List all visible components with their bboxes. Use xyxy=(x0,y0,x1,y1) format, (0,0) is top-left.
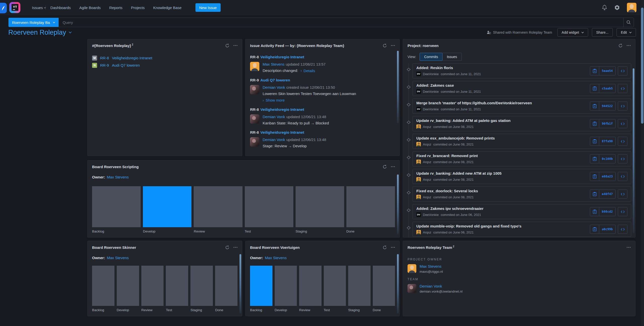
nav-item-issues[interactable]: Issues xyxy=(32,6,43,10)
commit-hash-button[interactable]: 5eae54 xyxy=(590,66,616,75)
user-avatar[interactable] xyxy=(627,3,636,12)
widget-scrollbar[interactable] xyxy=(397,254,399,313)
refresh-icon[interactable] xyxy=(383,165,387,169)
view-code-button[interactable] xyxy=(618,225,627,234)
widget-scrollbar[interactable] xyxy=(633,68,634,233)
issue-title-link[interactable]: Audi Q7 loweren xyxy=(112,63,140,67)
search-submit-button[interactable] xyxy=(623,18,634,27)
board-bar-develop[interactable] xyxy=(143,186,191,227)
commit-hash-button[interactable]: 0c108b xyxy=(590,154,616,163)
view-code-button[interactable] xyxy=(618,84,627,93)
refresh-icon[interactable] xyxy=(618,43,623,48)
refresh-icon[interactable] xyxy=(383,245,387,250)
issue-title-link[interactable]: Veiligheidsregio Intranet xyxy=(112,56,152,60)
issue-title-link[interactable]: Veiligheidsregio Intranet xyxy=(260,107,304,112)
page-scrollbar[interactable] xyxy=(640,0,644,326)
user-link[interactable]: Demian Vonk xyxy=(263,137,285,142)
view-tab-issues[interactable]: Issues xyxy=(442,53,461,61)
view-code-button[interactable] xyxy=(618,154,627,163)
activity-issue-header[interactable]: RR-9Audi Q7 loweren xyxy=(250,78,393,82)
owner-link[interactable]: Max Stevens xyxy=(107,256,129,260)
board-bar-test[interactable] xyxy=(324,266,346,306)
activity-issue-header[interactable]: RR-8Veiligheidsregio Intranet xyxy=(250,107,393,112)
board-bar-develop[interactable] xyxy=(117,266,139,306)
board-bar-review[interactable] xyxy=(299,266,321,306)
widget-menu-icon[interactable] xyxy=(233,247,237,248)
widget-scrollbar[interactable] xyxy=(397,174,399,234)
issue-id-link[interactable]: RR-8 xyxy=(250,55,259,59)
member-name-link[interactable]: Max Stevens xyxy=(420,264,443,268)
board-bar-backlog[interactable] xyxy=(92,266,114,306)
board-bar-done[interactable] xyxy=(215,266,237,306)
new-issue-button[interactable]: New Issue xyxy=(195,3,221,12)
board-bar-staging[interactable] xyxy=(348,266,371,306)
nav-item-reports[interactable]: Reports xyxy=(109,6,123,10)
add-widget-button[interactable]: Add widget xyxy=(557,28,588,37)
activity-issue-header[interactable]: RR-8Veiligheidsregio Intranet xyxy=(250,55,393,59)
activity-details-link[interactable]: ›Show more xyxy=(263,98,285,102)
page-scrollbar-thumb[interactable] xyxy=(641,8,643,124)
view-code-button[interactable] xyxy=(618,190,627,199)
issue-id-link[interactable]: RR-8 xyxy=(250,130,259,134)
nav-item-knowledge-base[interactable]: Knowledge Base xyxy=(153,6,182,10)
board-bar-test[interactable] xyxy=(166,266,188,306)
widget-menu-icon[interactable] xyxy=(627,247,631,248)
issue-id-link[interactable]: RR-9 xyxy=(250,78,259,82)
commit-hash-button[interactable]: a0c99b xyxy=(590,225,616,234)
board-bar-staging[interactable] xyxy=(190,266,213,306)
commit-hash-button[interactable]: 90fb1f xyxy=(590,119,616,128)
board-bar-test[interactable] xyxy=(245,186,293,227)
commit-hash-button[interactable]: 87fa90 xyxy=(590,137,616,146)
notifications-bell-icon[interactable] xyxy=(602,5,607,11)
user-link[interactable]: Demian Vonk xyxy=(263,115,285,119)
refresh-icon[interactable] xyxy=(225,43,229,48)
issue-title-link[interactable]: Veiligheidsregio Intranet xyxy=(260,55,304,59)
board-bar-review[interactable] xyxy=(194,186,242,227)
edit-button[interactable]: Edit xyxy=(617,28,636,37)
board-bar-done[interactable] xyxy=(373,266,395,306)
widget-menu-icon[interactable] xyxy=(391,45,395,46)
user-link[interactable]: Demian Vonk xyxy=(263,85,285,89)
board-bar-backlog[interactable] xyxy=(92,186,141,227)
commit-hash-button[interactable]: 944522 xyxy=(590,102,616,111)
share-button[interactable]: Share... xyxy=(592,28,613,37)
issue-list-item[interactable]: NRR-9Audi Q7 loweren xyxy=(92,62,237,69)
board-bar-review[interactable] xyxy=(141,266,164,306)
user-link[interactable]: Max Stevens xyxy=(263,62,285,66)
nav-item-agile-boards[interactable]: Agile Boards xyxy=(79,6,101,10)
nav-item-dashboards[interactable]: Dashboards xyxy=(50,6,71,10)
widget-scrollbar[interactable] xyxy=(239,254,241,313)
widget-menu-icon[interactable] xyxy=(391,247,395,248)
activity-details-link[interactable]: ›Details xyxy=(301,69,315,73)
widget-scrollbar[interactable] xyxy=(397,51,399,123)
view-tab-commits[interactable]: Commits xyxy=(420,53,442,61)
dashboard-title[interactable]: Roerveen Roleplay xyxy=(8,29,72,36)
commit-hash-button[interactable]: e40f47 xyxy=(590,190,616,199)
view-code-button[interactable] xyxy=(618,119,627,128)
settings-gear-icon[interactable] xyxy=(614,4,620,11)
query-input[interactable] xyxy=(59,18,623,27)
chevron-down-icon[interactable] xyxy=(44,7,46,9)
search-context-filter-button[interactable]: Roerveen Roleplay Ba... xyxy=(9,18,59,27)
issue-id-link[interactable]: RR-8 xyxy=(100,56,109,60)
activity-issue-header[interactable]: RR-8Veiligheidsregio Intranet xyxy=(250,130,393,134)
issue-title-link[interactable]: Veiligheidsregio Intranet xyxy=(260,130,304,134)
nav-item-projects[interactable]: Projects xyxy=(131,6,145,10)
widget-menu-icon[interactable] xyxy=(627,45,631,46)
issue-id-link[interactable]: RR-8 xyxy=(250,107,259,112)
widget-menu-icon[interactable] xyxy=(391,166,395,167)
owner-link[interactable]: Max Stevens xyxy=(107,175,129,179)
view-code-button[interactable] xyxy=(618,172,627,181)
widget-menu-icon[interactable] xyxy=(233,45,237,46)
member-name-link[interactable]: Demian Vonk xyxy=(420,284,463,288)
issue-title-link[interactable]: Audi Q7 loweren xyxy=(260,78,290,82)
view-code-button[interactable] xyxy=(618,207,627,216)
commit-hash-button[interactable]: c5aab5 xyxy=(590,84,616,93)
commit-hash-button[interactable]: b98cd2 xyxy=(590,207,616,216)
issue-id-link[interactable]: RR-9 xyxy=(100,63,109,67)
view-code-button[interactable] xyxy=(618,66,627,75)
browser-extension-tab[interactable] xyxy=(0,3,7,13)
board-bar-develop[interactable] xyxy=(275,266,297,306)
youtrack-logo[interactable]: YT xyxy=(9,2,21,13)
board-bar-done[interactable] xyxy=(346,186,395,227)
